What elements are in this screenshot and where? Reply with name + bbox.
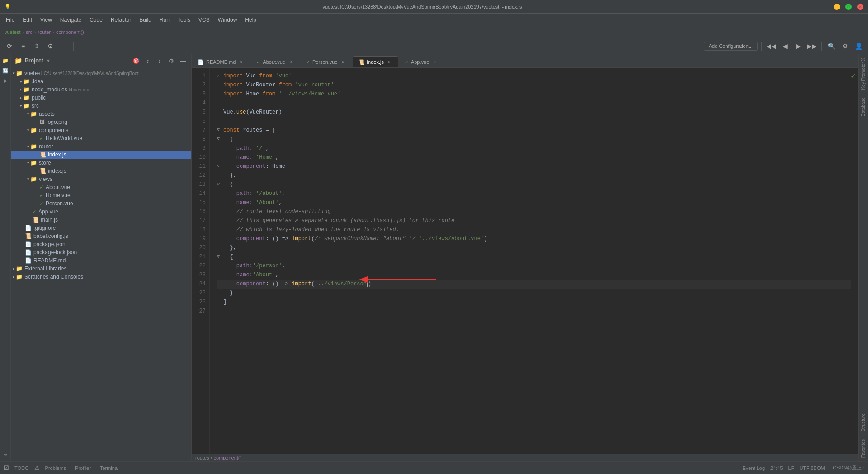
toolbar-settings-btn[interactable]: ⚙ — [44, 40, 56, 52]
menu-build[interactable]: Build — [136, 15, 155, 25]
breadcrumb-router[interactable]: router — [38, 29, 51, 35]
status-encoding[interactable]: UTF-8BOM↑ — [799, 465, 827, 471]
close-button[interactable]: ✕ — [857, 4, 863, 10]
sidebar-close-btn[interactable]: — — [179, 56, 188, 65]
menu-refactor[interactable]: Refactor — [107, 15, 135, 25]
tree-item-package-lock-json[interactable]: 📄package-lock.json — [11, 248, 191, 256]
fold-18 — [217, 225, 222, 234]
tree-item-assets[interactable]: ▾📁assets — [11, 110, 191, 118]
bottom-tab-terminal[interactable]: Terminal — [96, 464, 123, 473]
tab-indexjs[interactable]: 📜 index.js × — [353, 56, 398, 67]
tree-item-src[interactable]: ▾📁src — [11, 102, 191, 110]
toolbar-run-fwd-btn[interactable]: ▶▶ — [806, 40, 818, 52]
fold-8[interactable]: ▽ — [217, 135, 222, 144]
menu-edit[interactable]: Edit — [19, 15, 36, 25]
add-configuration-button[interactable]: Add Configuration... — [704, 42, 758, 51]
status-lf[interactable]: LF — [788, 465, 794, 471]
maximize-button[interactable]: □ — [845, 4, 852, 10]
tree-item--gitignore[interactable]: 📄.gitignore — [11, 224, 191, 232]
tree-item-About-vue[interactable]: ✓About.vue — [11, 183, 191, 191]
tree-item-babel-config-js[interactable]: 📜babel.config.js — [11, 232, 191, 240]
right-panel-favorites[interactable]: Favorites — [860, 436, 867, 461]
tab-indexjs-close[interactable]: × — [386, 59, 392, 65]
minimize-button[interactable]: ─ — [834, 4, 840, 10]
tab-about-close[interactable]: × — [288, 59, 294, 65]
toolbar-step-fwd-btn[interactable]: ▶ — [793, 40, 804, 52]
menu-code[interactable]: Code — [86, 15, 106, 25]
tab-readme-close[interactable]: × — [238, 59, 244, 65]
tree-item-Person-vue[interactable]: ✓Person.vue — [11, 199, 191, 208]
menu-file[interactable]: File — [2, 15, 18, 25]
sidebar-settings-btn[interactable]: ⚙ — [167, 56, 176, 65]
sidebar-locate-btn[interactable]: 🎯 — [132, 56, 141, 65]
fold-7[interactable]: ▽ — [217, 126, 222, 135]
toolbar-close-btn[interactable]: — — [58, 40, 70, 52]
tree-item-Scratches-and-Consoles[interactable]: ▸📁Scratches and Consoles — [11, 273, 191, 281]
tree-item-views[interactable]: ▾📁views — [11, 175, 191, 183]
sidebar-collapse-btn[interactable]: ↕ — [155, 56, 164, 65]
settings-button[interactable]: ⚙ — [839, 40, 851, 52]
bottom-tab-problems[interactable]: Problems — [42, 464, 70, 473]
toolbar-step-back-btn[interactable]: ◀ — [779, 40, 791, 52]
search-button[interactable]: 🔍 — [826, 40, 837, 52]
toolbar-sync-btn[interactable]: ⟳ — [4, 40, 15, 52]
menu-view[interactable]: View — [37, 15, 56, 25]
menu-tools[interactable]: Tools — [174, 15, 194, 25]
bottom-tab-todo[interactable]: TODO — [11, 464, 33, 473]
fold-13[interactable]: ▽ — [217, 180, 222, 189]
right-panel-structure[interactable]: Structure — [860, 410, 867, 436]
toolbar-expand-btn[interactable]: ⇕ — [31, 40, 42, 52]
tree-item-App-vue[interactable]: ✓App.vue — [11, 208, 191, 216]
right-panel-key-promoter[interactable]: Key Promoter X — [860, 54, 867, 94]
menu-window[interactable]: Window — [214, 15, 241, 25]
code-content[interactable]: ▷ import Vue from 'vue' import VueRouter… — [210, 68, 858, 454]
right-panel-database[interactable]: Database — [860, 94, 867, 120]
project-icon[interactable]: 📁 — [1, 56, 10, 65]
tree-item-public[interactable]: ▸📁public — [11, 94, 191, 102]
run-icon[interactable]: ▶ — [1, 76, 10, 85]
tree-item-vuetest[interactable]: ▾📁vuetestC:\Users\13288\Desktop\MyVueAnd… — [11, 69, 191, 77]
tree-item-store[interactable]: ▾📁store — [11, 159, 191, 167]
tab-person[interactable]: ✓ Person.vue × — [300, 56, 352, 67]
bottom-todo-icon[interactable]: ☑ — [4, 465, 9, 471]
tree-item-HelloWorld-vue[interactable]: ✓HelloWorld.vue — [11, 134, 191, 142]
status-event-log[interactable]: Event Log — [743, 465, 765, 471]
tree-item--idea[interactable]: ▸📁.idea — [11, 77, 191, 85]
tree-item-logo-png[interactable]: 🖼logo.png — [11, 118, 191, 126]
tab-readme[interactable]: 📄 README.md × — [192, 56, 250, 67]
fold-1[interactable]: ▷ — [217, 71, 222, 81]
tree-item-External-Libraries[interactable]: ▸📁External Libraries — [11, 265, 191, 273]
fold-21[interactable]: ▽ — [217, 252, 222, 261]
menu-vcs[interactable]: VCS — [195, 15, 213, 25]
toolbar-run-prev-btn[interactable]: ◀◀ — [765, 40, 777, 52]
tree-item-Home-vue[interactable]: ✓Home.vue — [11, 191, 191, 199]
fold-11[interactable]: ▷ — [217, 162, 222, 171]
share-button[interactable]: 👤 — [853, 40, 864, 52]
toolbar-collapse-btn[interactable]: ≡ — [17, 40, 29, 52]
bottom-tab-profiler[interactable]: Profiler — [71, 464, 94, 473]
tree-item-router[interactable]: ▾📁router — [11, 142, 191, 151]
panel-dropdown[interactable]: ▾ — [47, 57, 50, 64]
menu-run[interactable]: Run — [156, 15, 173, 25]
breadcrumb-project[interactable]: vuetest — [5, 29, 20, 35]
structure-icon[interactable]: S — [1, 450, 10, 460]
tree-item-package-json[interactable]: 📄package.json — [11, 240, 191, 248]
code-editor[interactable]: ✓ 1 2 3 4 5 6 7 8 9 10 11 12 13 14 15 16… — [192, 68, 858, 454]
bottom-breadcrumb-routes[interactable]: routes — [195, 455, 209, 460]
tree-item-node-modules[interactable]: ▸📁node_moduleslibrary root — [11, 85, 191, 94]
tree-item-README-md[interactable]: 📄README.md — [11, 256, 191, 265]
tab-person-close[interactable]: × — [340, 59, 346, 65]
tab-appvue-close[interactable]: × — [431, 59, 438, 65]
tree-item-components[interactable]: ▾📁components — [11, 126, 191, 134]
menu-help[interactable]: Help — [241, 15, 260, 25]
tree-item-index-js[interactable]: 📜index.js — [11, 151, 191, 159]
commit-icon[interactable]: 🔃 — [1, 66, 10, 75]
menu-navigate[interactable]: Navigate — [57, 15, 85, 25]
tab-appvue[interactable]: ✓ App.vue × — [399, 56, 443, 67]
tree-item-index-js[interactable]: 📜index.js — [11, 167, 191, 175]
tree-item-main-js[interactable]: 📜main.js — [11, 216, 191, 224]
sidebar-expand-btn[interactable]: ↕ — [143, 56, 152, 65]
tab-about[interactable]: ✓ About.vue × — [250, 56, 300, 67]
breadcrumb-src[interactable]: src — [26, 29, 33, 35]
line-num-23: 23 — [192, 270, 206, 280]
